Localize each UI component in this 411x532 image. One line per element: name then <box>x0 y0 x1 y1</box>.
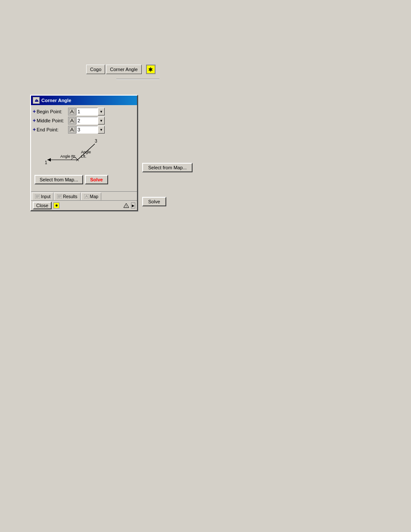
map-tab-icon <box>84 194 89 199</box>
close-btn-area: Close ✱ <box>33 202 59 209</box>
toolbar-separator <box>116 79 159 80</box>
map-tab-label: Map <box>90 194 98 199</box>
status-arrow-icon[interactable]: ▶ <box>131 202 135 208</box>
begin-point-dropdown[interactable]: ▼ <box>98 108 105 115</box>
dialog-titlebar: ⛰ Corner Angle <box>31 96 137 105</box>
begin-point-icon <box>68 108 76 115</box>
middle-point-input-group: ▼ <box>68 117 135 124</box>
begin-point-row: + Begin Point: ▼ <box>33 108 135 115</box>
diagram-area: 1 3 Angle Rt. Angle Lft. <box>34 136 134 171</box>
cogo-icon: ⛰ <box>34 98 38 103</box>
corner-angle-dialog: ⛰ Corner Angle + Begin Point: <box>30 95 138 211</box>
arrow-icon: ▶ <box>132 204 134 208</box>
close-status-icon: ✱ <box>53 202 59 208</box>
status-bar: Close ✱ ! ▶ <box>31 200 137 210</box>
end-point-input-group: ▼ <box>68 126 135 134</box>
toolbar: Cogo Corner Angle ✱ <box>86 65 156 74</box>
select-from-map-button[interactable]: Select from Map... <box>34 175 83 184</box>
svg-text:Lft.: Lft. <box>81 154 87 159</box>
end-point-row: + End Point: ▼ <box>33 126 135 134</box>
input-tab-icon <box>35 194 40 199</box>
dialog-content: + Begin Point: ▼ + Midd <box>31 105 137 189</box>
svg-text:3: 3 <box>95 139 97 143</box>
end-point-input[interactable] <box>76 126 98 134</box>
svg-rect-4 <box>69 118 75 123</box>
begin-plus-icon: + <box>33 109 36 115</box>
middle-point-label: + Middle Point: <box>33 118 67 124</box>
results-tab-icon <box>57 194 62 199</box>
toolbar-icon-button[interactable]: ✱ <box>146 65 156 74</box>
begin-point-input[interactable] <box>76 108 98 115</box>
diagram-svg: 1 3 Angle Rt. Angle Lft. <box>34 136 134 171</box>
middle-point-row: + Middle Point: ▼ <box>33 117 135 124</box>
svg-text:Angle Rt.: Angle Rt. <box>60 154 76 159</box>
begin-point-text: Begin Point: <box>37 109 62 114</box>
middle-plus-icon: + <box>33 118 36 124</box>
tab-results[interactable]: Results <box>54 193 80 200</box>
middle-point-input[interactable] <box>76 117 98 124</box>
middle-point-dropdown[interactable]: ▼ <box>98 117 105 124</box>
middle-point-icon <box>68 117 76 124</box>
tab-bar: Input Results Ma <box>31 191 137 200</box>
external-solve-button[interactable]: Solve <box>142 197 166 206</box>
star-icon: ✱ <box>148 66 153 73</box>
end-point-label: + End Point: <box>33 127 67 133</box>
svg-rect-0 <box>69 109 75 114</box>
cogo-button[interactable]: Cogo <box>86 65 105 74</box>
svg-text:!: ! <box>126 205 127 208</box>
external-solve: Solve <box>142 197 166 206</box>
tab-input[interactable]: Input <box>32 193 53 200</box>
solve-button[interactable]: Solve <box>85 175 108 184</box>
dialog-bottom-buttons: Select from Map... Solve <box>33 173 135 186</box>
corner-angle-button[interactable]: Corner Angle <box>106 65 141 74</box>
results-tab-label: Results <box>63 194 77 199</box>
star-status-icon: ✱ <box>55 204 58 208</box>
end-plus-icon: + <box>33 127 36 133</box>
end-point-text: End Point: <box>37 127 59 132</box>
external-select-from-map: Select from Map... <box>142 163 193 172</box>
begin-point-label: + Begin Point: <box>33 109 67 115</box>
begin-point-input-group: ▼ <box>68 108 135 115</box>
dialog-title-icon: ⛰ <box>33 97 40 104</box>
middle-point-text: Middle Point: <box>37 118 64 123</box>
external-select-from-map-button[interactable]: Select from Map... <box>142 163 193 172</box>
svg-text:1: 1 <box>45 160 47 165</box>
svg-text:Angle: Angle <box>81 150 91 154</box>
end-point-icon <box>68 126 76 134</box>
svg-marker-13 <box>47 158 51 162</box>
svg-rect-8 <box>69 127 75 132</box>
input-tab-label: Input <box>41 194 50 199</box>
dialog-title: Corner Angle <box>41 98 71 103</box>
triangle-icon: ! <box>123 202 129 208</box>
end-point-dropdown[interactable]: ▼ <box>98 126 105 134</box>
close-button[interactable]: Close <box>33 202 52 209</box>
tab-map[interactable]: Map <box>81 193 101 200</box>
